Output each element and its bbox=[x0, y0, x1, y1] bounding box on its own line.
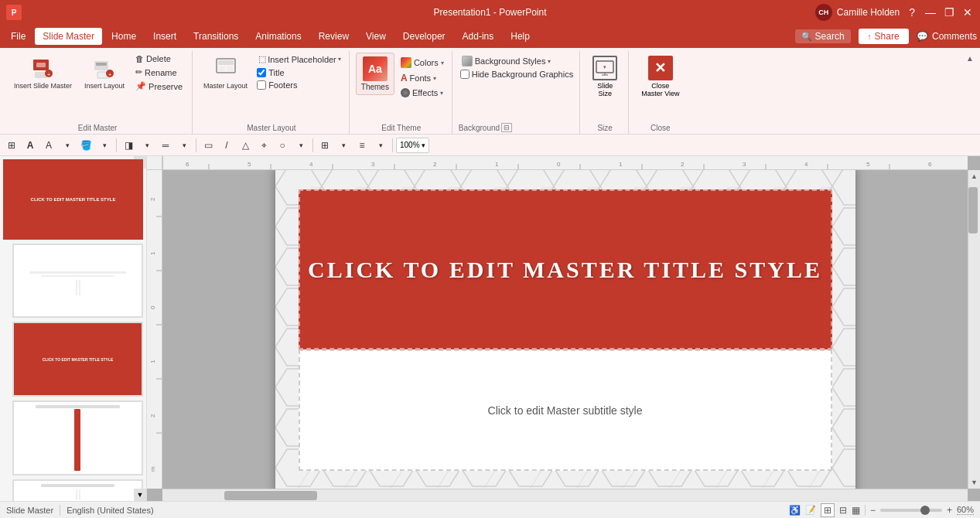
panel-scroll-down[interactable]: ▼ bbox=[134, 489, 146, 501]
title-bar: P Presentation1 - PowerPoint CH Camille … bbox=[0, 0, 980, 25]
menu-item-transitions[interactable]: Transitions bbox=[186, 28, 246, 45]
title-checkbox[interactable] bbox=[257, 68, 266, 77]
tb-btn-circle[interactable]: ○ bbox=[274, 137, 291, 154]
zoom-out[interactable]: − bbox=[870, 505, 876, 516]
vscrollbar[interactable]: ▲ ▼ bbox=[968, 170, 980, 489]
tb-chevron-5[interactable]: ▾ bbox=[292, 137, 309, 154]
slide-thumb-5[interactable] bbox=[12, 479, 143, 501]
tb-btn-layout[interactable]: ⊞ bbox=[3, 137, 20, 154]
effects-button[interactable]: Effects ▾ bbox=[398, 87, 447, 99]
slide-thumb-3[interactable]: CLICK TO EDIT MASTER TITLE STYLE bbox=[12, 322, 143, 397]
slide-thumb-2[interactable] bbox=[12, 244, 143, 319]
title-box[interactable]: CLICK TO EDIT MASTER TITLE STYLE bbox=[299, 189, 832, 349]
hscroll-thumb[interactable] bbox=[224, 491, 317, 500]
effects-label: Effects bbox=[412, 88, 438, 97]
tb-btn-text-color[interactable]: A bbox=[22, 137, 39, 154]
ruler-corner bbox=[147, 156, 162, 170]
hscrollbar[interactable] bbox=[162, 489, 968, 501]
zoom-slider-area[interactable] bbox=[880, 509, 942, 512]
insert-layout-button[interactable]: + Insert Layout bbox=[80, 53, 129, 94]
menu-item-slide-master[interactable]: Slide Master bbox=[35, 28, 102, 45]
footers-checkbox[interactable] bbox=[257, 80, 266, 90]
tb-btn-highlight[interactable]: A bbox=[40, 137, 57, 154]
title-bar-left: P bbox=[6, 5, 22, 20]
status-right: ♿ 📝 ⊞ ⊟ ▦ − + 60% bbox=[789, 503, 974, 517]
insert-slide-master-button[interactable]: + Insert Slide Master bbox=[9, 53, 77, 94]
insert-placeholder-icon: ⬚ bbox=[258, 54, 266, 64]
vscroll-up[interactable]: ▲ bbox=[968, 170, 980, 182]
comments-button[interactable]: 💬 Comments bbox=[917, 31, 977, 42]
tb-chevron-1[interactable]: ▾ bbox=[59, 137, 76, 154]
hide-bg-graphics-checkbox[interactable] bbox=[460, 70, 470, 79]
ruler-top: 6 5 4 3 2 1 0 1 2 3 4 bbox=[162, 156, 968, 170]
tb-btn-fill[interactable]: 🪣 bbox=[77, 137, 94, 154]
slide-size-icon: ▾ bbox=[592, 56, 617, 80]
tb-chevron-4[interactable]: ▾ bbox=[176, 137, 193, 154]
tb-chevron-6[interactable]: ▾ bbox=[335, 137, 352, 154]
master-layout-button[interactable]: Master Layout bbox=[199, 53, 252, 93]
background-expander-icon[interactable]: ⊟ bbox=[501, 123, 512, 132]
tb-btn-crosshair[interactable]: ⌖ bbox=[255, 137, 272, 154]
toolbar-sep-3 bbox=[312, 138, 313, 152]
title-text: CLICK TO EDIT MASTER TITLE STYLE bbox=[300, 248, 830, 291]
menu-item-review[interactable]: Review bbox=[311, 28, 357, 45]
subtitle-box[interactable]: Click to edit Master subtitle style bbox=[299, 349, 832, 471]
menu-item-developer[interactable]: Developer bbox=[395, 28, 453, 45]
window-title: Presentation1 - PowerPoint bbox=[433, 7, 546, 18]
tb-btn-grid[interactable]: ⊞ bbox=[316, 137, 333, 154]
notes-icon[interactable]: 📝 bbox=[805, 505, 816, 515]
collapse-ribbon-button[interactable]: ▲ bbox=[963, 51, 977, 66]
insert-placeholder-chevron: ▾ bbox=[338, 56, 341, 63]
fonts-button[interactable]: A Fonts ▾ bbox=[398, 71, 447, 85]
vscroll-thumb[interactable] bbox=[968, 187, 978, 233]
colors-button[interactable]: Colors ▾ bbox=[398, 56, 447, 70]
tb-btn-border[interactable]: ◨ bbox=[120, 137, 137, 154]
restore-button[interactable]: ❐ bbox=[943, 6, 955, 19]
menu-item-file[interactable]: File bbox=[3, 28, 33, 45]
view-reading[interactable]: ▦ bbox=[852, 505, 860, 516]
view-normal[interactable]: ⊞ bbox=[821, 503, 835, 517]
language-label: English (United States) bbox=[67, 506, 154, 515]
view-slide-sorter[interactable]: ⊟ bbox=[839, 505, 847, 516]
tb-btn-line[interactable]: ═ bbox=[157, 137, 174, 154]
background-buttons: Background Styles ▾ Hide Background Grap… bbox=[459, 51, 575, 121]
close-master-view-button[interactable]: ✕ CloseMaster View bbox=[635, 53, 685, 101]
themes-button[interactable]: Aa Themes bbox=[356, 53, 394, 95]
vscroll-down[interactable]: ▼ bbox=[968, 476, 980, 489]
tb-btn-slash[interactable]: / bbox=[218, 137, 235, 154]
share-button[interactable]: ↑ Share bbox=[859, 29, 909, 44]
zoom-percent[interactable]: 60% bbox=[957, 505, 974, 515]
close-button[interactable]: ✕ bbox=[961, 6, 974, 19]
slide-thumb-4[interactable] bbox=[12, 400, 143, 475]
edit-theme-buttons: Aa Themes Colors ▾ A Fonts ▾ bbox=[356, 51, 447, 122]
menu-item-help[interactable]: Help bbox=[503, 28, 538, 45]
title-bar-right: CH Camille Holden ? — ❐ ✕ bbox=[815, 4, 974, 21]
tb-chevron-7[interactable]: ▾ bbox=[372, 137, 389, 154]
search-label[interactable]: Search bbox=[815, 31, 845, 42]
status-sep-2 bbox=[865, 505, 866, 516]
menu-item-addins[interactable]: Add-ins bbox=[455, 28, 502, 45]
menu-item-view[interactable]: View bbox=[358, 28, 394, 45]
slide-size-button[interactable]: ▾ SlideSize bbox=[586, 53, 623, 101]
background-styles-button[interactable]: Background Styles ▾ bbox=[459, 54, 575, 68]
ribbon-group-edit-theme: Aa Themes Colors ▾ A Fonts ▾ bbox=[351, 51, 452, 134]
accessibility-icon[interactable]: ♿ bbox=[789, 505, 801, 516]
rename-button[interactable]: ✏ Rename bbox=[132, 66, 186, 79]
tb-chevron-3[interactable]: ▾ bbox=[138, 137, 155, 154]
delete-button[interactable]: 🗑 Delete bbox=[132, 53, 186, 65]
tb-btn-triangle[interactable]: △ bbox=[237, 137, 254, 154]
menu-item-home[interactable]: Home bbox=[104, 28, 144, 45]
menu-item-insert[interactable]: Insert bbox=[145, 28, 184, 45]
zoom-slider-thumb[interactable] bbox=[920, 506, 930, 515]
tb-chevron-2[interactable]: ▾ bbox=[96, 137, 113, 154]
zoom-in[interactable]: + bbox=[947, 505, 952, 516]
insert-placeholder-button[interactable]: ⬚ Insert Placeholder ▾ bbox=[255, 53, 344, 66]
preserve-button[interactable]: 📌 Preserve bbox=[132, 80, 186, 93]
minimize-button[interactable]: — bbox=[924, 6, 937, 19]
slide-thumb-1[interactable]: CLICK TO EDIT MASTER TITLE STYLE bbox=[3, 159, 143, 240]
tb-btn-arrange[interactable]: ≡ bbox=[353, 137, 370, 154]
zoom-dropdown[interactable]: 100% ▾ bbox=[396, 138, 429, 153]
tb-btn-rect[interactable]: ▭ bbox=[200, 137, 217, 154]
help-icon[interactable]: ? bbox=[909, 6, 915, 19]
menu-item-animations[interactable]: Animations bbox=[248, 28, 309, 45]
